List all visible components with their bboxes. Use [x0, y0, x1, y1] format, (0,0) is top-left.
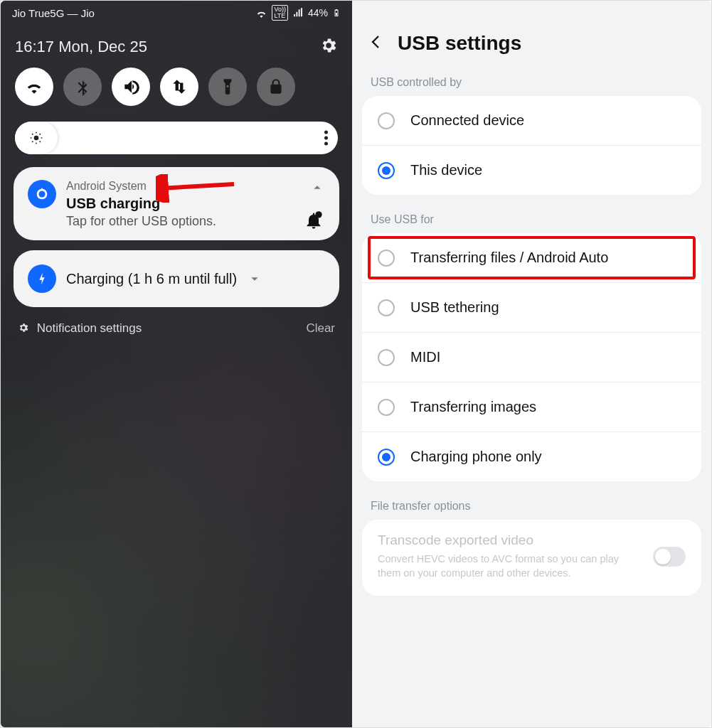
clear-link[interactable]: Clear: [306, 321, 335, 336]
tile-bluetooth[interactable]: [63, 68, 102, 106]
toggle-title: Transcode exported video: [378, 532, 642, 548]
notification-settings-link[interactable]: Notification settings: [18, 321, 142, 336]
brightness-slider[interactable]: [15, 122, 338, 154]
notification-charging[interactable]: Charging (1 h 6 m until full): [14, 250, 339, 307]
settings-button[interactable]: [319, 36, 338, 58]
brightness-icon: [29, 131, 43, 145]
bell-icon[interactable]: [304, 210, 324, 230]
radio-label: Connected device: [410, 112, 686, 129]
group-file-transfer-options: Transcode exported video Convert HEVC vi…: [362, 520, 701, 596]
group-use-usb-for: Transferring files / Android Auto USB te…: [362, 233, 701, 481]
radio-icon: [378, 349, 395, 366]
wifi-icon: [255, 7, 267, 19]
radio-icon: [378, 112, 395, 129]
chevron-left-icon: [368, 33, 385, 50]
data-swap-icon: [170, 77, 188, 96]
volte-icon: Vo))LTE: [272, 5, 288, 21]
section-usb-controlled-by: USB controlled by: [352, 73, 711, 96]
section-use-usb-for: Use USB for: [352, 210, 711, 233]
android-system-icon: [28, 180, 56, 208]
bluetooth-icon: [73, 77, 92, 96]
svg-line-7: [40, 141, 41, 142]
svg-point-1: [34, 136, 39, 141]
qs-header: 16:17 Mon, Dec 25: [1, 23, 352, 68]
toggle-transcode[interactable]: Transcode exported video Convert HEVC vi…: [362, 520, 701, 596]
notification-title: USB charging: [66, 196, 299, 212]
gear-icon: [319, 36, 338, 55]
svg-line-6: [32, 134, 33, 134]
notification-usb[interactable]: Android System USB charging Tap for othe…: [14, 167, 339, 240]
battery-pct: 44%: [308, 7, 328, 18]
notification-shade: Jio True5G — Jio Vo))LTE 44% 16:17 Mon, …: [1, 1, 352, 727]
charging-icon: [28, 264, 56, 293]
usb-settings-screen: USB settings USB controlled by Connected…: [352, 1, 711, 727]
radio-connected-device[interactable]: Connected device: [362, 96, 701, 146]
svg-rect-0: [336, 13, 337, 16]
radio-label: MIDI: [410, 348, 686, 366]
charging-text: Charging (1 h 6 m until full): [66, 271, 237, 287]
signal-icon: [292, 7, 304, 18]
radio-charging-only[interactable]: Charging phone only: [362, 432, 701, 481]
page-title: USB settings: [398, 32, 521, 55]
svg-line-8: [32, 141, 33, 142]
radio-transfer-images[interactable]: Transferring images: [362, 382, 701, 432]
radio-icon: [378, 449, 395, 466]
carrier-label: Jio True5G — Jio: [12, 7, 95, 19]
radio-transfer-files[interactable]: Transferring files / Android Auto: [362, 233, 701, 283]
brightness-thumb[interactable]: [15, 122, 58, 154]
battery-icon: [332, 7, 341, 18]
radio-label: Charging phone only: [410, 448, 686, 466]
chevron-down-icon[interactable]: [247, 271, 262, 287]
back-button[interactable]: [368, 33, 385, 53]
section-file-transfer-options: File transfer options: [352, 497, 711, 520]
tile-sound[interactable]: [112, 68, 150, 106]
radio-icon: [378, 399, 395, 416]
tile-torch[interactable]: [208, 68, 247, 106]
status-icons: Vo))LTE 44%: [255, 5, 341, 21]
gear-icon: [18, 322, 29, 333]
volume-icon: [122, 77, 140, 96]
status-bar: Jio True5G — Jio Vo))LTE 44%: [1, 1, 352, 23]
tile-data[interactable]: [160, 68, 198, 106]
date-time-label: 16:17 Mon, Dec 25: [15, 38, 147, 56]
radio-label: Transferring images: [410, 398, 686, 416]
radio-icon: [378, 162, 395, 179]
radio-label: USB tethering: [410, 299, 686, 316]
switch-off[interactable]: [653, 547, 686, 567]
radio-icon: [378, 250, 395, 267]
notification-source: Android System: [66, 180, 299, 193]
radio-label: This device: [410, 161, 686, 179]
radio-usb-tethering[interactable]: USB tethering: [362, 283, 701, 333]
svg-line-9: [40, 134, 41, 134]
notification-subtitle: Tap for other USB options.: [66, 214, 299, 229]
quick-settings-tiles: [1, 68, 352, 116]
settings-header: USB settings: [352, 1, 711, 73]
svg-point-11: [38, 191, 45, 197]
radio-midi[interactable]: MIDI: [362, 333, 701, 382]
radio-icon: [378, 299, 395, 316]
chevron-up-icon[interactable]: [309, 180, 325, 196]
brightness-menu[interactable]: [324, 131, 328, 146]
tile-wifi[interactable]: [15, 68, 53, 106]
radio-label: Transferring files / Android Auto: [410, 249, 686, 267]
rotation-lock-icon: [267, 77, 285, 96]
group-controlled-by: Connected device This device: [362, 96, 701, 195]
toggle-desc: Convert HEVC videos to AVC format so you…: [378, 552, 642, 580]
tile-rotation[interactable]: [257, 68, 295, 106]
flashlight-icon: [218, 77, 237, 96]
svg-rect-12: [41, 188, 43, 191]
wifi-icon: [25, 77, 43, 96]
svg-point-13: [315, 211, 322, 218]
shade-footer: Notification settings Clear: [1, 317, 352, 340]
radio-this-device[interactable]: This device: [362, 146, 701, 195]
